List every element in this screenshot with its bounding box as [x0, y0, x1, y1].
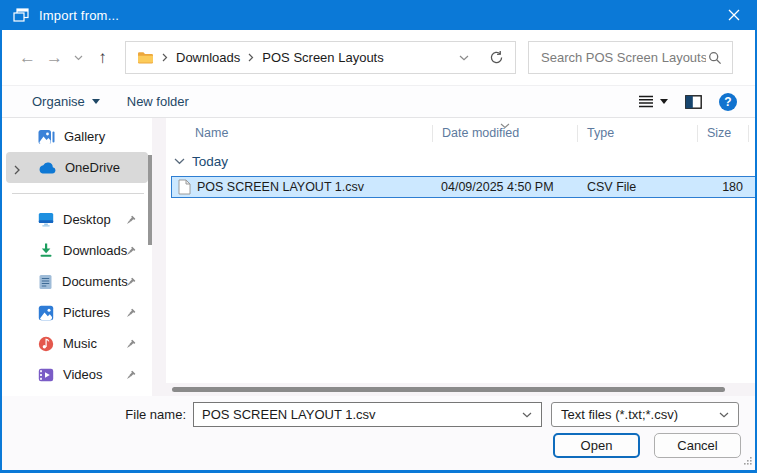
navigation-pane: Gallery OneDrive Desktop — [2, 118, 152, 396]
horizontal-scrollbar[interactable] — [152, 383, 755, 396]
documents-icon — [38, 274, 53, 290]
recent-locations-button[interactable] — [68, 44, 89, 72]
downloads-icon — [38, 243, 54, 258]
sidebar-divider — [12, 193, 144, 194]
pin-icon — [125, 245, 136, 260]
organise-menu-button[interactable]: Organise — [32, 94, 100, 109]
breadcrumb-chevron-icon — [162, 53, 168, 62]
pin-icon — [125, 214, 136, 229]
file-type-select[interactable]: Text files (*.txt;*.csv) — [551, 402, 739, 427]
file-type-value: Text files (*.txt;*.csv) — [561, 407, 678, 422]
desktop-icon — [38, 212, 54, 227]
file-name-combobox[interactable] — [193, 402, 542, 427]
chevron-down-icon[interactable] — [522, 412, 532, 418]
resize-grip[interactable] — [743, 454, 753, 469]
dialog-icon — [13, 8, 29, 22]
list-view-icon — [638, 95, 654, 108]
column-separator[interactable] — [432, 125, 433, 142]
sidebar-item-music[interactable]: Music — [6, 328, 148, 359]
sidebar-item-videos[interactable]: Videos — [6, 359, 148, 390]
refresh-icon[interactable] — [489, 50, 504, 65]
window-body: ← → ↑ Downloads POS Screen Layouts — [0, 30, 757, 473]
organise-label: Organise — [32, 94, 85, 109]
forward-button[interactable]: → — [41, 44, 68, 72]
chevron-right-icon[interactable] — [14, 163, 20, 178]
column-separator[interactable] — [748, 125, 749, 142]
pin-icon — [125, 369, 136, 384]
chevron-down-icon — [74, 55, 83, 61]
column-header-size[interactable]: Size — [697, 126, 755, 140]
search-input[interactable] — [539, 49, 708, 66]
up-arrow-icon: ↑ — [98, 48, 107, 68]
address-bar[interactable]: Downloads POS Screen Layouts — [125, 41, 516, 74]
pin-icon — [125, 307, 136, 322]
sidebar-item-desktop[interactable]: Desktop — [6, 204, 148, 235]
caret-down-icon — [660, 99, 668, 104]
address-dropdown-chevron-icon[interactable] — [459, 55, 469, 61]
pictures-icon — [38, 305, 54, 321]
horizontal-scrollbar-thumb[interactable] — [172, 387, 725, 392]
pin-icon — [125, 276, 136, 291]
column-header-type[interactable]: Type — [577, 126, 697, 140]
command-toolbar: Organise New folder ? — [2, 85, 755, 118]
new-folder-button[interactable]: New folder — [127, 94, 189, 109]
file-row-selected[interactable]: POS SCREEN LAYOUT 1.csv 04/09/2025 4:50 … — [171, 176, 755, 198]
back-button[interactable]: ← — [14, 44, 41, 72]
file-name-label: File name: — [2, 407, 186, 422]
group-header-today[interactable]: Today — [166, 148, 755, 175]
close-button[interactable] — [711, 0, 757, 30]
sidebar-item-label: OneDrive — [65, 160, 120, 175]
main-area: Gallery OneDrive Desktop — [2, 118, 755, 396]
close-icon — [728, 9, 740, 21]
breadcrumb-downloads[interactable]: Downloads — [176, 50, 240, 65]
navigation-bar: ← → ↑ Downloads POS Screen Layouts — [2, 30, 755, 85]
sidebar-item-label: Music — [63, 336, 97, 351]
sort-descending-icon — [500, 118, 510, 132]
sidebar-item-onedrive[interactable]: OneDrive — [6, 152, 148, 183]
back-arrow-icon: ← — [19, 48, 36, 68]
file-name-input[interactable] — [194, 407, 522, 422]
sidebar-item-downloads[interactable]: Downloads — [6, 235, 148, 266]
open-button[interactable]: Open — [553, 433, 640, 458]
sidebar-item-label: Videos — [63, 367, 103, 382]
videos-icon — [38, 368, 54, 382]
cancel-button-label: Cancel — [677, 438, 717, 453]
column-separator[interactable] — [577, 125, 578, 142]
sidebar-item-label: Gallery — [64, 129, 105, 144]
new-folder-label: New folder — [127, 94, 189, 109]
column-separator[interactable] — [697, 125, 698, 142]
sidebar-item-documents[interactable]: Documents — [6, 266, 148, 297]
forward-arrow-icon: → — [46, 48, 63, 68]
sidebar-item-pictures[interactable]: Pictures — [6, 297, 148, 328]
caret-down-icon — [92, 99, 100, 104]
gallery-icon — [38, 129, 55, 145]
open-button-label: Open — [581, 438, 613, 453]
file-icon — [172, 179, 197, 195]
sidebar-scrollbar-thumb[interactable] — [148, 155, 152, 245]
change-view-button[interactable] — [638, 95, 668, 108]
up-button[interactable]: ↑ — [89, 44, 116, 72]
footer-panel: File name: Text files (*.txt;*.csv) Open… — [2, 396, 755, 470]
import-dialog-window: Import from... ← → ↑ — [0, 0, 757, 473]
group-label: Today — [192, 154, 228, 169]
file-name-cell: POS SCREEN LAYOUT 1.csv — [197, 180, 432, 194]
sidebar-item-label: Pictures — [63, 305, 110, 320]
column-header-name[interactable]: Name — [166, 126, 432, 140]
breadcrumb-chevron-icon — [248, 53, 254, 62]
chevron-down-icon — [719, 412, 729, 418]
help-icon[interactable]: ? — [719, 93, 737, 111]
sidebar-item-label: Documents — [62, 274, 128, 289]
chevron-down-icon — [174, 158, 185, 165]
cancel-button[interactable]: Cancel — [654, 433, 741, 458]
breadcrumb-pos-screen-layouts[interactable]: POS Screen Layouts — [262, 50, 383, 65]
sidebar-item-gallery[interactable]: Gallery — [6, 121, 148, 152]
sidebar-item-label: Desktop — [63, 212, 111, 227]
title-bar: Import from... — [0, 0, 757, 30]
toolbar-right-group: ? — [638, 93, 737, 111]
file-type-cell: CSV File — [578, 180, 698, 194]
file-size-cell: 180 — [698, 180, 749, 194]
search-box[interactable] — [528, 41, 733, 74]
pane-splitter[interactable] — [152, 118, 166, 396]
sidebar-item-label: Downloads — [63, 243, 127, 258]
preview-pane-icon[interactable] — [685, 95, 702, 109]
